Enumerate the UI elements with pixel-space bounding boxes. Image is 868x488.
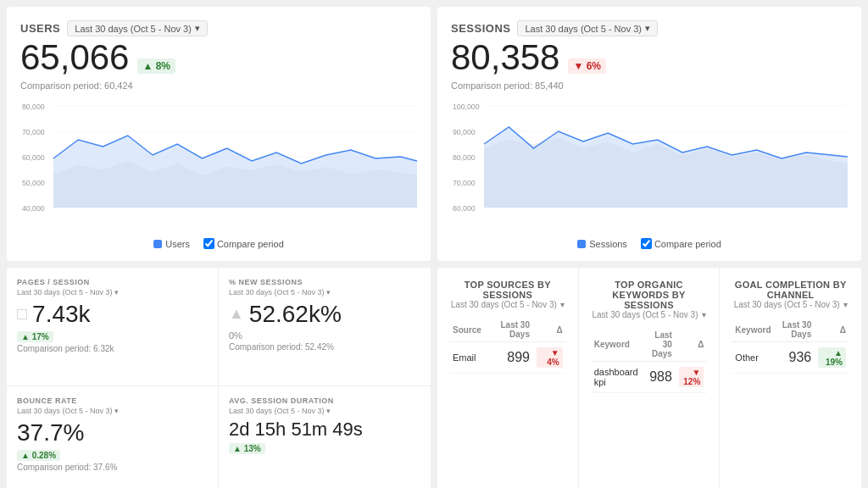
compare-period-checkbox-sessions[interactable] xyxy=(641,238,652,249)
top-keywords-table: Keyword Last 30 Days Δ dashboard kpi 988… xyxy=(591,328,708,393)
users-title: USERS xyxy=(20,22,60,35)
new-sessions-date: Last 30 days (Oct 5 - Nov 3) ▾ xyxy=(229,288,420,297)
source-delta: ▼ 4% xyxy=(533,342,566,374)
pages-session-badge: ▲ 17% xyxy=(17,331,53,342)
sessions-value: 80,358 xyxy=(451,40,559,75)
source-value: 899 xyxy=(485,342,533,374)
col-delta-sources: Δ xyxy=(533,318,566,342)
col-source: Source xyxy=(449,318,485,342)
new-sessions-icon: ▲ xyxy=(229,305,244,323)
col-delta-goal: Δ xyxy=(815,318,849,342)
avg-session-value: 2d 15h 51m 49s xyxy=(229,419,363,440)
goal-delta: ▲ 19% xyxy=(815,342,849,374)
bounce-rate-value: 37.7% xyxy=(17,419,84,446)
sessions-legends: Sessions Compare period xyxy=(577,238,721,249)
col-days-keywords: Last 30 Days xyxy=(643,328,676,362)
top-keywords-date: Last 30 days (Oct 5 - Nov 3) ▾ xyxy=(591,310,708,319)
sessions-card: SESSIONS Last 30 days (Oct 5 - Nov 3) ▾ … xyxy=(437,7,861,261)
svg-text:40,000: 40,000 xyxy=(22,204,45,213)
goal-value: 936 xyxy=(775,342,815,374)
mini-cards-container: PAGES / SESSION Last 30 days (Oct 5 - No… xyxy=(7,268,431,488)
sessions-title: SESSIONS xyxy=(451,22,510,35)
pages-session-card: PAGES / SESSION Last 30 days (Oct 5 - No… xyxy=(7,268,219,386)
users-value: 65,066 xyxy=(20,40,129,75)
col-days-goal: Last 30 Days xyxy=(775,318,815,342)
pages-session-icon: □ xyxy=(17,304,27,324)
goal-keyword-name: Other xyxy=(732,342,774,374)
table-row: Other 936 ▲ 19% xyxy=(732,342,849,374)
svg-text:100,000: 100,000 xyxy=(453,103,480,111)
goal-completion-title: GOAL COMPLETION BY CHANNEL xyxy=(732,280,849,300)
col-delta-keywords: Δ xyxy=(676,328,707,362)
bounce-rate-date: Last 30 days (Oct 5 - Nov 3) ▾ xyxy=(17,407,208,415)
svg-marker-23 xyxy=(484,127,848,208)
users-legends: Users Compare period xyxy=(153,238,284,249)
svg-text:70,000: 70,000 xyxy=(22,128,45,136)
top-sources-title: TOP SOURCES BY SESSIONS xyxy=(449,280,566,300)
keyword-delta: ▼ 12% xyxy=(676,362,707,393)
goal-completion-card: GOAL COMPLETION BY CHANNEL Last 30 days … xyxy=(720,268,861,488)
bounce-rate-card: BOUNCE RATE Last 30 days (Oct 5 - Nov 3)… xyxy=(7,386,219,488)
svg-text:80,000: 80,000 xyxy=(22,103,45,111)
svg-text:90,000: 90,000 xyxy=(453,128,476,136)
col-keyword: Keyword xyxy=(591,328,643,362)
top-sources-card: TOP SOURCES BY SESSIONS Last 30 days (Oc… xyxy=(437,268,579,488)
new-sessions-comparison: Comparison period: 52.42% xyxy=(229,342,420,352)
avg-session-date: Last 30 days (Oct 5 - Nov 3) ▾ xyxy=(229,407,420,415)
col-days-sources: Last 30 Days xyxy=(485,318,533,342)
keyword-name: dashboard kpi xyxy=(591,362,643,393)
new-sessions-value: 52.62k% xyxy=(249,300,342,329)
users-date-range-btn[interactable]: Last 30 days (Oct 5 - Nov 3) ▾ xyxy=(67,20,208,36)
source-name: Email xyxy=(449,342,485,374)
users-card: USERS Last 30 days (Oct 5 - Nov 3) ▾ 65,… xyxy=(7,7,431,261)
top-sources-date: Last 30 days (Oct 5 - Nov 3) ▾ xyxy=(449,300,566,309)
pages-session-title: PAGES / SESSION xyxy=(17,278,208,286)
new-sessions-title: % NEW SESSIONS xyxy=(229,278,420,286)
svg-text:80,000: 80,000 xyxy=(453,153,476,162)
pages-session-comparison: Comparison period: 6.32k xyxy=(17,344,208,353)
new-sessions-card: % NEW SESSIONS Last 30 days (Oct 5 - Nov… xyxy=(219,268,431,386)
avg-session-badge: ▲ 13% xyxy=(229,443,265,454)
avg-session-card: AVG. SESSION DURATION Last 30 days (Oct … xyxy=(219,386,431,488)
table-cards-container: TOP SOURCES BY SESSIONS Last 30 days (Oc… xyxy=(437,268,861,488)
goal-completion-date: Last 30 days (Oct 5 - Nov 3) ▾ xyxy=(732,300,849,309)
compare-period-checkbox-users[interactable] xyxy=(203,238,214,249)
sessions-chart: 100,000 90,000 80,000 70,000 60,000 xyxy=(451,97,848,233)
users-chart: 80,000 70,000 60,000 50,000 40,000 xyxy=(20,97,417,233)
bounce-rate-comparison: Comparison period: 37.6% xyxy=(17,463,208,472)
col-goal-keyword: Keyword xyxy=(732,318,774,342)
sessions-date-range-btn[interactable]: Last 30 days (Oct 5 - Nov 3) ▾ xyxy=(517,20,658,36)
goal-completion-table: Keyword Last 30 Days Δ Other 936 ▲ 19% xyxy=(732,318,849,374)
avg-session-title: AVG. SESSION DURATION xyxy=(229,396,420,405)
users-comparison: Comparison period: 60,424 xyxy=(20,80,417,91)
top-sources-table: Source Last 30 Days Δ Email 899 ▼ 4% xyxy=(449,318,566,374)
new-sessions-zero: 0% xyxy=(229,330,420,341)
pages-session-date: Last 30 days (Oct 5 - Nov 3) ▾ xyxy=(17,288,208,297)
sessions-comparison: Comparison period: 85,440 xyxy=(451,80,848,91)
svg-text:70,000: 70,000 xyxy=(453,179,476,187)
top-keywords-title: TOP ORGANIC KEYWORDS BY SESSIONS xyxy=(591,280,708,310)
table-row: dashboard kpi 988 ▼ 12% xyxy=(591,362,708,393)
svg-text:60,000: 60,000 xyxy=(453,204,476,213)
users-badge: ▲ 8% xyxy=(137,58,175,74)
svg-text:60,000: 60,000 xyxy=(22,153,45,162)
svg-text:50,000: 50,000 xyxy=(22,179,45,187)
bounce-rate-badge: ▲ 0.28% xyxy=(17,450,60,461)
table-row: Email 899 ▼ 4% xyxy=(449,342,566,374)
bounce-rate-title: BOUNCE RATE xyxy=(17,396,208,405)
keyword-value: 988 xyxy=(643,362,676,393)
svg-marker-11 xyxy=(53,136,417,208)
top-keywords-card: TOP ORGANIC KEYWORDS BY SESSIONS Last 30… xyxy=(579,268,721,488)
pages-session-value: 7.43k xyxy=(32,300,91,329)
sessions-badge: ▼ 6% xyxy=(568,58,606,74)
